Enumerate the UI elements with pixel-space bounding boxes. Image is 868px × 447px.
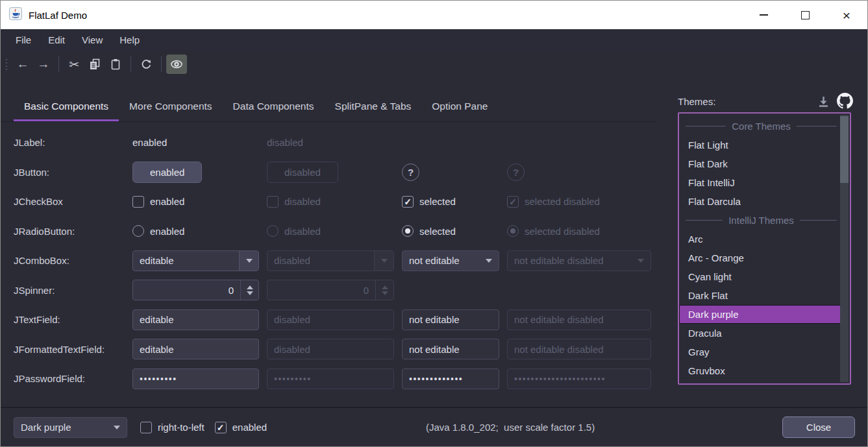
checkbox-enabled[interactable]: enabled [132, 196, 267, 208]
show-details-toggle-button[interactable] [166, 54, 187, 74]
tab-basic-components[interactable]: Basic Components [14, 91, 119, 121]
themes-scrollbar[interactable] [840, 115, 849, 382]
java-version-status: (Java 1.8.0_202; user scale factor 1.5) [426, 422, 595, 433]
jbutton-row-label: JButton: [14, 167, 132, 178]
theme-item-dracula[interactable]: Dracula [679, 324, 843, 343]
checkbox-icon [140, 422, 152, 433]
theme-group-header: IntelliJ Themes [679, 211, 843, 230]
theme-item-flat-intellij[interactable]: Flat IntelliJ [679, 173, 843, 192]
main-content: Basic Components More Components Data Co… [1, 78, 867, 407]
password-field-editable[interactable]: ••••••••• [132, 368, 259, 389]
copy-button[interactable] [84, 54, 105, 74]
refresh-button[interactable] [136, 54, 156, 74]
paste-button[interactable] [105, 54, 126, 74]
checkbox-checked-icon [215, 422, 227, 433]
theme-item-flat-darcula[interactable]: Flat Darcula [679, 192, 843, 211]
jformattedtextfield-row-label: JFormattedTextField: [14, 344, 132, 355]
checkbox-icon [132, 196, 144, 208]
toolbar-separator [58, 56, 59, 72]
back-button[interactable]: ← [12, 54, 33, 74]
radio-enabled[interactable]: enabled [132, 225, 267, 237]
theme-item-arc[interactable]: Arc [679, 230, 843, 248]
download-theme-button[interactable] [817, 95, 830, 111]
right-to-left-checkbox[interactable]: right-to-left [140, 422, 205, 433]
radio-selected-disabled: selected disabled [507, 225, 651, 237]
github-link[interactable] [837, 93, 853, 112]
textfield-editable[interactable]: editable [132, 309, 259, 330]
radio-checked-icon [507, 225, 519, 237]
maximize-button[interactable] [784, 1, 826, 29]
maximize-icon [801, 11, 810, 19]
spinner-disabled: 0 [267, 280, 394, 300]
radio-disabled: disabled [267, 225, 402, 237]
toolbar-grip-icon[interactable] [6, 59, 7, 70]
chevron-down-icon[interactable] [239, 251, 258, 271]
help-button[interactable]: ? [402, 163, 419, 181]
copy-icon [88, 58, 101, 71]
checkbox-selected-disabled: selected disabled [507, 196, 651, 208]
title-bar: FlatLaf Demo × [1, 1, 867, 29]
enabled-checkbox[interactable]: enabled [215, 422, 267, 433]
forward-button[interactable]: → [33, 54, 54, 74]
tab-more-components[interactable]: More Components [119, 91, 223, 121]
eye-icon [169, 58, 184, 71]
theme-item-dark-flat[interactable]: Dark Flat [679, 286, 843, 305]
close-button[interactable]: Close [782, 417, 855, 438]
formatted-textfield-disabled: disabled [267, 339, 394, 359]
formatted-textfield-editable[interactable]: editable [132, 339, 259, 359]
themes-list[interactable]: Core Themes Flat Light Flat Dark Flat In… [678, 112, 851, 385]
jpasswordfield-row-label: JPasswordField: [14, 373, 132, 384]
theme-item-cyan-light[interactable]: Cyan light [679, 267, 843, 286]
theme-item-gray[interactable]: Gray [679, 343, 843, 361]
scissors-icon: ✂ [69, 57, 79, 72]
scrollbar-thumb[interactable] [840, 116, 849, 183]
menu-bar: File Edit View Help [1, 29, 867, 51]
menu-file[interactable]: File [7, 34, 40, 45]
radio-selected[interactable]: selected [402, 225, 507, 237]
spinner-arrows [375, 280, 393, 300]
theme-item-gruvbox[interactable]: Gruvbox [679, 361, 843, 380]
cut-button[interactable]: ✂ [64, 54, 84, 74]
menu-edit[interactable]: Edit [40, 34, 73, 45]
theme-item-flat-light[interactable]: Flat Light [679, 136, 843, 154]
theme-item-arc-orange[interactable]: Arc - Orange [679, 248, 843, 267]
textfield-not-editable[interactable]: not editable [402, 309, 499, 330]
spinner-arrows[interactable] [240, 280, 258, 300]
radio-checked-icon [402, 225, 414, 237]
formatted-textfield-not-editable[interactable]: not editable [402, 339, 499, 359]
tab-data-components[interactable]: Data Components [223, 91, 325, 121]
refresh-icon [140, 58, 153, 71]
window-title: FlatLaf Demo [29, 10, 87, 21]
toolbar-separator [130, 56, 131, 72]
forward-arrow-icon: → [38, 57, 50, 71]
theme-selector-combobox[interactable]: Dark purple [14, 417, 127, 438]
checkbox-checked-icon [507, 196, 519, 208]
toolbar-separator [161, 56, 162, 72]
clipboard-icon [109, 58, 122, 71]
menu-help[interactable]: Help [111, 34, 148, 45]
theme-group-header: Core Themes [679, 117, 843, 136]
combobox-not-editable-disabled: not editable disabled [507, 250, 651, 271]
spinner-enabled[interactable]: 0 [132, 280, 259, 300]
enabled-button[interactable]: enabled [132, 162, 202, 183]
tab-splitpane-tabs[interactable]: SplitPane & Tabs [325, 91, 422, 121]
theme-item-dark-purple[interactable]: Dark purple [679, 305, 843, 324]
help-button-disabled: ? [507, 163, 525, 181]
combobox-not-editable[interactable]: not editable [402, 250, 499, 271]
close-icon: × [843, 8, 850, 22]
password-field-not-editable[interactable]: ••••••••••••• [402, 368, 499, 389]
tab-option-pane[interactable]: Option Pane [421, 91, 498, 121]
combobox-editable[interactable]: editable [132, 250, 259, 271]
menu-view[interactable]: View [73, 34, 111, 45]
close-window-button[interactable]: × [826, 1, 867, 29]
password-field-not-editable-disabled: •••••••••••••••••••••• [507, 368, 651, 389]
chevron-down-icon [107, 418, 127, 437]
disabled-button: disabled [267, 162, 338, 183]
jlabel-enabled: enabled [132, 137, 167, 148]
checkbox-selected[interactable]: selected [402, 196, 507, 208]
checkbox-checked-icon [402, 196, 414, 208]
minimize-button[interactable] [743, 1, 784, 29]
theme-item-flat-dark[interactable]: Flat Dark [679, 154, 843, 173]
textfield-not-editable-disabled: not editable disabled [507, 309, 651, 330]
jspinner-row-label: JSpinner: [14, 285, 132, 296]
